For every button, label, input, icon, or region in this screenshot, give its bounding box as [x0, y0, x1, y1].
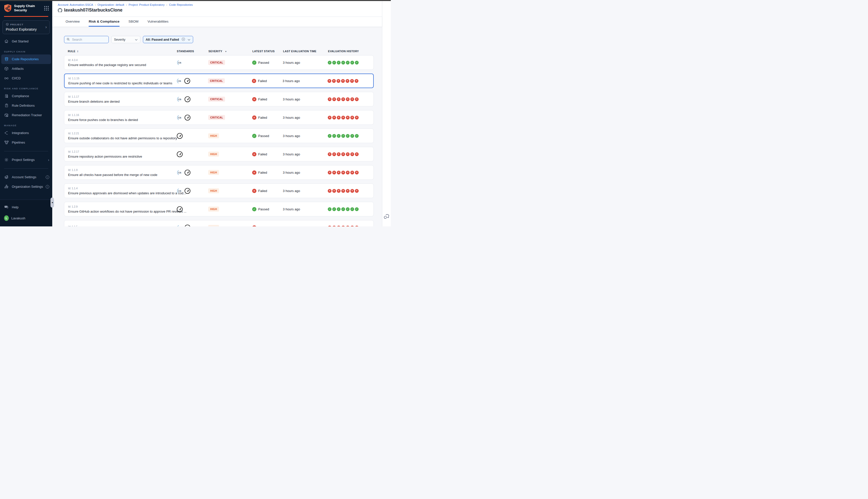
evaluation-fail-icon[interactable]: ✕ [350, 153, 354, 156]
evaluation-pass-icon[interactable]: ✓ [341, 61, 345, 64]
evaluation-fail-icon[interactable]: ✕ [337, 97, 340, 101]
table-row[interactable]: Id: 4.3.4 Ensure webhooks of the package… [64, 55, 374, 70]
evaluation-pass-icon[interactable]: ✓ [337, 207, 340, 211]
evaluation-fail-icon[interactable]: ✕ [350, 116, 354, 120]
info-icon[interactable]: i [46, 175, 49, 179]
support-chat-icon[interactable] [383, 214, 390, 221]
evaluation-fail-icon[interactable]: ✕ [350, 79, 354, 83]
table-row[interactable]: Id: 1.1.16 Ensure force pushes code to b… [64, 110, 374, 125]
evaluation-fail-icon[interactable]: ✕ [350, 189, 354, 193]
evaluation-fail-icon[interactable]: ✕ [328, 189, 331, 193]
evaluation-fail-icon[interactable]: ✕ [355, 97, 359, 101]
evaluation-pass-icon[interactable]: ✓ [346, 207, 350, 211]
sort-icon[interactable]: ▲▼ [77, 50, 79, 52]
evaluation-fail-icon[interactable]: ✕ [337, 171, 340, 174]
search-input[interactable] [72, 38, 106, 42]
breadcrumb-link[interactable]: Code Repositories [169, 3, 193, 6]
sidebar-item-rule-definitions[interactable]: Rule Definitions [0, 101, 52, 110]
table-row[interactable]: Id: 1.2.9 Ensure GitHub action workflows… [64, 202, 374, 216]
evaluation-fail-icon[interactable]: ✕ [341, 189, 345, 193]
evaluation-pass-icon[interactable]: ✓ [355, 61, 359, 64]
evaluation-pass-icon[interactable]: ✓ [328, 134, 331, 138]
evaluation-fail-icon[interactable]: ✕ [354, 79, 358, 83]
evaluation-pass-icon[interactable]: ✓ [355, 207, 359, 211]
app-switcher-icon[interactable] [44, 6, 49, 11]
sidebar-item-code-repositories[interactable]: Code Repositories [1, 54, 51, 64]
table-row[interactable]: Id: 1.2.17 Ensure repository action perm… [64, 147, 374, 161]
evaluation-fail-icon[interactable]: ✕ [341, 79, 345, 83]
evaluation-fail-icon[interactable]: ✕ [337, 79, 340, 83]
evaluation-fail-icon[interactable]: ✕ [355, 116, 359, 120]
sidebar-item-get-started[interactable]: Get Started [0, 37, 52, 46]
evaluation-pass-icon[interactable]: ✓ [337, 61, 340, 64]
status-filter-pill[interactable]: All: Passed and Failed [143, 36, 193, 43]
evaluation-pass-icon[interactable]: ✓ [337, 134, 340, 138]
evaluation-fail-icon[interactable]: ✕ [328, 116, 331, 120]
sidebar-item-integrations[interactable]: Integrations [0, 128, 52, 138]
evaluation-pass-icon[interactable]: ✓ [332, 134, 336, 138]
evaluation-fail-icon[interactable]: ✕ [332, 116, 336, 120]
evaluation-fail-icon[interactable]: ✕ [346, 116, 350, 120]
evaluation-fail-icon[interactable]: ✕ [327, 79, 331, 83]
evaluation-fail-icon[interactable]: ✕ [328, 171, 331, 174]
sidebar-item-compliance[interactable]: Compliance [0, 92, 52, 101]
evaluation-fail-icon[interactable]: ✕ [332, 79, 336, 83]
sidebar-item-organization-settings[interactable]: Organization Settings i [0, 182, 52, 192]
severity-dropdown[interactable]: Severity [111, 36, 141, 43]
project-selector[interactable]: PROJECT Product Exploratory › [2, 20, 50, 34]
evaluation-fail-icon[interactable]: ✕ [355, 189, 359, 193]
sidebar-collapse-handle[interactable]: ◀ [50, 197, 54, 208]
sidebar-item-artifacts[interactable]: Artifacts [0, 64, 52, 74]
column-severity[interactable]: SEVERITY [208, 50, 222, 53]
info-icon[interactable]: i [46, 185, 49, 188]
evaluation-fail-icon[interactable]: ✕ [332, 226, 336, 227]
evaluation-fail-icon[interactable]: ✕ [355, 226, 359, 227]
evaluation-fail-icon[interactable]: ✕ [341, 153, 345, 156]
evaluation-fail-icon[interactable]: ✕ [355, 153, 359, 156]
evaluation-fail-icon[interactable]: ✕ [355, 171, 359, 174]
breadcrumb-link[interactable]: Project: Product Exploratory [129, 3, 165, 6]
evaluation-pass-icon[interactable]: ✓ [332, 61, 336, 64]
evaluation-pass-icon[interactable]: ✓ [341, 134, 345, 138]
clear-filter-icon[interactable] [181, 37, 185, 42]
evaluation-pass-icon[interactable]: ✓ [332, 207, 336, 211]
evaluation-fail-icon[interactable]: ✕ [341, 226, 345, 227]
evaluation-fail-icon[interactable]: ✕ [346, 189, 350, 193]
evaluation-fail-icon[interactable]: ✕ [328, 97, 331, 101]
breadcrumb-link[interactable]: Account: Automation-SSCA [58, 3, 93, 6]
search-box[interactable] [64, 36, 109, 43]
evaluation-pass-icon[interactable]: ✓ [350, 207, 354, 211]
evaluation-fail-icon[interactable]: ✕ [337, 226, 340, 227]
evaluation-pass-icon[interactable]: ✓ [346, 61, 350, 64]
sidebar-item-pipelines[interactable]: Pipelines [0, 138, 52, 147]
tab-risk-compliance[interactable]: Risk & Compliance [89, 20, 119, 27]
tab-overview[interactable]: Overview [65, 20, 80, 27]
sidebar-item-remediation-tracker[interactable]: Remediation Tracker [0, 110, 52, 120]
evaluation-fail-icon[interactable]: ✕ [350, 97, 354, 101]
table-row[interactable]: Id: 1.1.15 Ensure pushing of new code is… [64, 74, 374, 88]
table-row[interactable]: Id: 1.1.4 Ensure previous approvals are … [64, 183, 374, 198]
evaluation-fail-icon[interactable]: ✕ [346, 79, 349, 83]
sidebar-item-help[interactable]: ? Help [0, 202, 52, 212]
evaluation-pass-icon[interactable]: ✓ [328, 207, 331, 211]
evaluation-fail-icon[interactable]: ✕ [341, 116, 345, 120]
evaluation-fail-icon[interactable]: ✕ [346, 97, 350, 101]
evaluation-fail-icon[interactable]: ✕ [346, 153, 350, 156]
evaluation-fail-icon[interactable]: ✕ [341, 171, 345, 174]
evaluation-fail-icon[interactable]: ✕ [332, 153, 336, 156]
breadcrumb-link[interactable]: Organization: default [97, 3, 124, 6]
sidebar-item-user[interactable]: L Lavakush [0, 212, 52, 224]
evaluation-pass-icon[interactable]: ✓ [346, 134, 350, 138]
evaluation-fail-icon[interactable]: ✕ [346, 171, 350, 174]
table-row[interactable]: Id: 1.1.17 Ensure branch deletions are d… [64, 92, 374, 107]
evaluation-fail-icon[interactable]: ✕ [350, 171, 354, 174]
table-row[interactable]: Id: 1.1.9 Ensure all checks have passed … [64, 165, 374, 180]
evaluation-fail-icon[interactable]: ✕ [328, 153, 331, 156]
evaluation-fail-icon[interactable]: ✕ [346, 226, 350, 227]
sidebar-item-account-settings[interactable]: Account Settings i [0, 172, 52, 182]
evaluation-pass-icon[interactable]: ✓ [341, 207, 345, 211]
sidebar-item-project-settings[interactable]: Project Settings › [0, 155, 52, 165]
evaluation-pass-icon[interactable]: ✓ [350, 61, 354, 64]
tab-vulnerabilities[interactable]: Vulnerabilities [147, 20, 169, 27]
table-row[interactable]: Id: 1.2.21 Ensure outside collaborators … [64, 129, 374, 143]
